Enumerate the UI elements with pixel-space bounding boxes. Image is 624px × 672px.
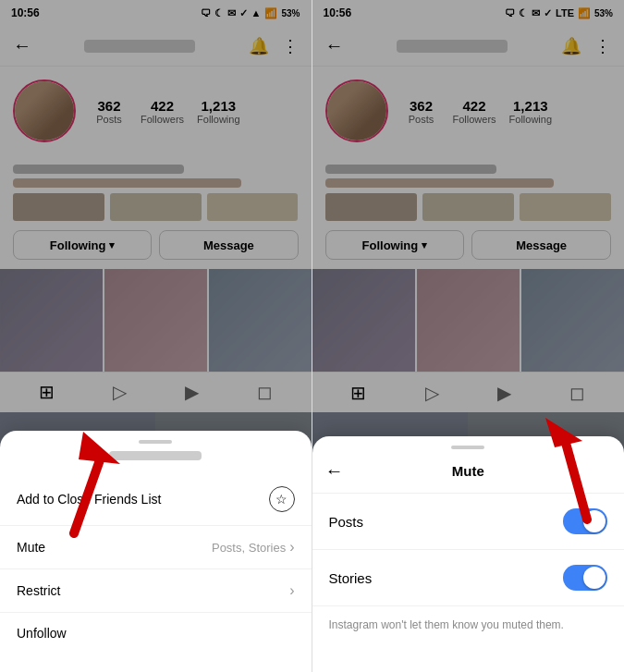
mute-posts-label: Posts xyxy=(329,514,364,530)
close-friends-icon: ☆ xyxy=(269,486,295,512)
posts-toggle[interactable] xyxy=(563,508,607,534)
mute-label: Mute xyxy=(17,540,45,555)
bottom-sheet-left: Add to Close Friends List ☆ Mute Posts, … xyxy=(0,431,312,672)
posts-toggle-knob xyxy=(583,510,606,532)
restrict-chevron: › xyxy=(289,582,294,599)
mute-stories-row: Stories xyxy=(312,550,625,606)
mute-sheet: ← Mute Posts Stories Instagram won't let… xyxy=(312,436,625,672)
mute-stories-label: Stories xyxy=(329,570,373,586)
mute-right: Posts, Stories › xyxy=(212,539,295,556)
close-friends-label: Add to Close Friends List xyxy=(17,492,161,507)
mute-posts-row: Posts xyxy=(312,494,625,550)
sheet-username-left xyxy=(109,451,202,460)
sheet-handle-left xyxy=(139,440,172,444)
stories-toggle[interactable] xyxy=(563,565,607,591)
close-friends-item[interactable]: Add to Close Friends List ☆ xyxy=(0,473,312,526)
mute-chevron: › xyxy=(289,539,294,556)
stories-toggle-knob xyxy=(583,567,606,589)
mute-value: Posts, Stories xyxy=(212,541,286,555)
mute-item[interactable]: Mute Posts, Stories › xyxy=(0,526,312,569)
restrict-label: Restrict xyxy=(17,583,60,598)
right-phone-panel: 10:56 🗨 ☾ ✉ ✓ LTE 📶 53% ← 🔔 ⋮ 362 xyxy=(312,0,625,672)
unfollow-label: Unfollow xyxy=(17,626,67,641)
left-phone-panel: 10:56 🗨 ☾ ✉ ✓ ▲ 📶 53% ← 🔔 ⋮ xyxy=(0,0,312,672)
unfollow-item[interactable]: Unfollow xyxy=(0,613,312,654)
mute-title: Mute xyxy=(452,463,484,479)
mute-header: ← Mute xyxy=(312,449,625,494)
mute-note: Instagram won't let them know you muted … xyxy=(312,606,625,644)
mute-back-button[interactable]: ← xyxy=(325,460,344,482)
restrict-item[interactable]: Restrict › xyxy=(0,569,312,613)
